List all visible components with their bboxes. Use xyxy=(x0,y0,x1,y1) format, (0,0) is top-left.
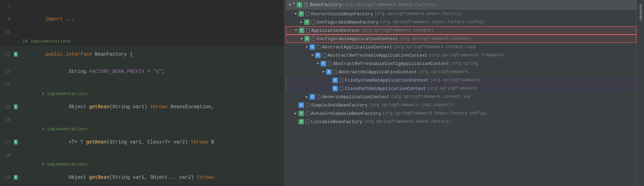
impl-count-line: 24 implementations xyxy=(0,37,284,46)
tree-item-abstract-refreshable-config[interactable]: ▼ C AbstractRefreshableConfigApplication… xyxy=(286,59,636,68)
node-pkg: (org.springframework.jndi.support) xyxy=(369,103,454,108)
code-line-11: 11 xyxy=(0,28,284,37)
node-pkg: (org.springframework. xyxy=(418,69,471,74)
code-line-17: 17 I ↓ <T> T getBean(String var1, Class<… xyxy=(0,133,284,151)
impl-count-4a: 4 implementations xyxy=(21,91,284,96)
tree-expand-arrow[interactable]: ▼ xyxy=(289,3,291,7)
node-name: ConfigurableApplicationContext xyxy=(317,36,398,41)
line-number: 19 xyxy=(0,175,14,180)
expand-arrow[interactable]: ▼ xyxy=(299,37,304,41)
tree-item-simple-jndi[interactable]: ▶ C SimpleJndiBeanFactory (org.springfra… xyxy=(286,101,636,109)
impl-arrow: ↓ xyxy=(18,140,21,145)
line-gutter: I ↓ xyxy=(14,104,21,109)
tree-item-abstract-app-context[interactable]: ▼ C AbstractApplicationContext (org.spri… xyxy=(286,43,636,51)
impl-count-4b: 4 implementations xyxy=(21,127,284,132)
tree-panel: ▼ * I BeanFactory (org.springframework.b… xyxy=(286,0,636,186)
node-pkg: (org.springframework.beans.factory) xyxy=(364,119,451,124)
file-icon xyxy=(305,119,310,124)
line-number: 8 xyxy=(0,17,14,22)
code-line-12: 12 I ↓ public interface BeanFactory { xyxy=(0,46,284,63)
svg-rect-8 xyxy=(323,53,326,57)
expand-arrow[interactable]: ▼ xyxy=(310,54,315,57)
node-icon: C xyxy=(326,69,332,75)
code-line-8: 8 import ... xyxy=(0,10,284,28)
impl-icon[interactable]: I xyxy=(14,104,18,109)
node-icon: I xyxy=(299,28,304,33)
file-icon xyxy=(316,94,321,99)
svg-rect-14 xyxy=(306,103,309,107)
node-name: HierarchicalBeanFactory xyxy=(311,11,373,17)
line-content: <T> T getBean(String var1, Class<T> var2… xyxy=(21,134,284,150)
node-name: ConfigurableBeanFactory xyxy=(316,20,378,25)
impl-count-line-b: 4 implementations xyxy=(0,124,284,133)
svg-rect-7 xyxy=(317,45,320,49)
svg-rect-6 xyxy=(312,37,315,41)
expand-arrow[interactable]: ▼ xyxy=(293,29,299,32)
node-icon: C xyxy=(321,61,326,66)
node-name: FileSystemXmlApplicationContext xyxy=(345,78,429,83)
tree-star-icon: * xyxy=(293,2,295,8)
file-icon xyxy=(311,20,316,25)
node-name: SimpleJndiBeanFactory xyxy=(311,103,368,108)
node-icon: I xyxy=(298,11,304,17)
tree-item-listable[interactable]: ▶ I ListableBeanFactory (org.springframe… xyxy=(286,118,636,126)
line-number: 16 xyxy=(0,118,14,123)
line-gutter: I ↓ xyxy=(14,140,21,145)
node-icon: C xyxy=(298,102,304,108)
node-pkg: (org.springframework.framework. xyxy=(429,53,506,58)
node-pkg: (org.springframework xyxy=(427,86,477,91)
expand-arrow[interactable]: ▶ xyxy=(304,95,310,99)
expand-arrow[interactable]: ▼ xyxy=(321,70,326,74)
node-name: AbstractXmlApplicationContext xyxy=(339,69,417,75)
impl-count-4c: 4 implementations xyxy=(21,162,284,167)
tree-item-abstract-refreshable[interactable]: ▼ C AbstractRefreshableApplicationContex… xyxy=(286,51,636,59)
line-number: 18 xyxy=(0,153,14,158)
node-name: ClassPathXmlApplicationContext xyxy=(345,86,426,91)
tree-item-generic-app-context[interactable]: ▶ C GenericApplicationContext (org.sprin… xyxy=(286,93,636,101)
expand-arrow[interactable]: ▼ xyxy=(304,45,310,49)
node-pkg: (org.springframework.context.sup xyxy=(391,94,471,99)
node-pkg: (org.springframework.beans.factory.confi… xyxy=(380,20,484,25)
node-icon: C xyxy=(310,44,315,50)
line-content: import ... xyxy=(21,11,284,27)
tree-item-abstract-xml[interactable]: ▼ C AbstractXmlApplicationContext (org.s… xyxy=(286,68,636,76)
code-line-15: 15 I ↓ Object getBean(String var1) throw… xyxy=(0,98,284,115)
impl-icon[interactable]: I xyxy=(14,175,18,180)
sidebar-tab-hierarchy[interactable]: Hierarchy xyxy=(637,1,644,23)
node-icon: I xyxy=(304,36,310,41)
impl-arrow: ↓ xyxy=(18,104,21,109)
tree-header-interface-icon: I xyxy=(297,2,302,8)
expand-arrow[interactable]: ▼ xyxy=(315,62,321,66)
node-pkg: (org.springframework.beans.factory) xyxy=(374,11,462,16)
code-line-16: 16 xyxy=(0,115,284,124)
node-pkg: (org.springframework xyxy=(430,78,480,83)
tree-item-autowire-capable[interactable]: ▶ I AutowireCapableBeanFactory (org.spri… xyxy=(286,109,636,118)
tree-item-classpath-xml[interactable]: ▶ C ClassPathXmlApplicationContext (org.… xyxy=(286,84,636,93)
tree-item-hierarchical[interactable]: ▼ I HierarchicalBeanFactory (org.springf… xyxy=(286,10,636,18)
line-content: Object getBean(String var1, Object... va… xyxy=(21,169,284,186)
line-content: String FACTORY_BEAN_PREFIX = "&"; xyxy=(21,63,284,80)
line-number: 12 xyxy=(0,52,14,57)
code-line-18: 18 xyxy=(0,151,284,160)
code-line-13: 13 String FACTORY_BEAN_PREFIX = "&"; xyxy=(0,63,284,80)
node-name: AbstractRefreshableApplicationContext xyxy=(328,53,428,58)
tree-item-filesystem-xml[interactable]: ▶ C FileSystemXmlApplicationContext (org… xyxy=(286,76,636,84)
tree-item-configurable-app-context[interactable]: ▼ I ConfigurableApplicationContext (org.… xyxy=(286,35,636,43)
expand-arrow[interactable]: ▶ xyxy=(293,111,298,115)
file-icon xyxy=(316,45,321,49)
line-gutter: I ↓ xyxy=(14,52,21,57)
node-pkg: (org.springframework.beans.factory.confi… xyxy=(383,111,487,116)
line-number: 15 xyxy=(0,104,14,110)
line-content: Object getBean(String var1) throws Beans… xyxy=(21,99,284,115)
file-icon xyxy=(322,53,327,58)
file-icon xyxy=(306,28,311,33)
impl-icon[interactable]: I xyxy=(14,140,18,145)
right-sidebar: Hierarchy xyxy=(636,0,644,186)
tree-item-configurable-bean[interactable]: ▶ I ConfigurableBeanFactory (org.springf… xyxy=(286,18,636,26)
tree-item-application-context[interactable]: ▼ I ApplicationContext (org.springframew… xyxy=(286,26,636,35)
impl-icon[interactable]: I xyxy=(14,52,18,57)
svg-rect-13 xyxy=(317,95,320,99)
expand-arrow[interactable]: ▶ xyxy=(298,20,304,24)
expand-arrow[interactable]: ▼ xyxy=(293,12,298,16)
node-name: ApplicationContext xyxy=(311,28,360,33)
